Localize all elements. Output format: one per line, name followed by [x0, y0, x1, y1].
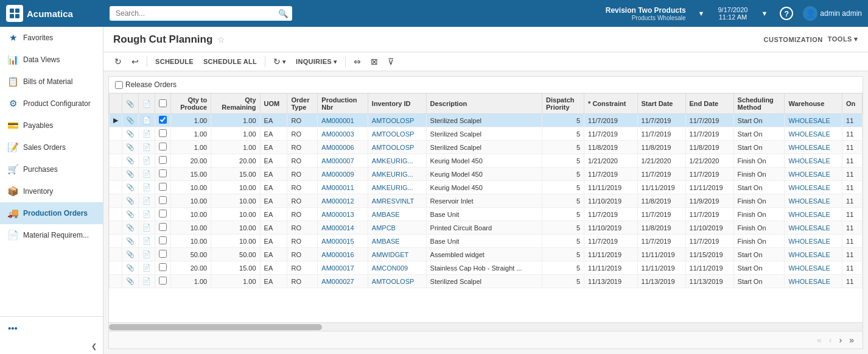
export-button[interactable]: ⊠	[367, 55, 382, 68]
row-expand-cell[interactable]	[110, 141, 122, 154]
sidebar-item-purchases[interactable]: 🛒 Purchases	[0, 158, 103, 180]
warehouse-link-5[interactable]: WHOLESALE	[788, 184, 830, 191]
row-inventory-id-3[interactable]: AMKEURIG...	[368, 154, 426, 168]
row-warehouse-8[interactable]: WHOLESALE	[785, 221, 842, 235]
row-production-nbr-0[interactable]: AM000001	[318, 114, 368, 127]
row-inventory-id-0[interactable]: AMTOOLOSP	[368, 114, 426, 127]
table-row[interactable]: 📎 📄 10.00 10.00 EA RO AM000011 AMKEURIG.…	[110, 181, 863, 194]
fit-columns-button[interactable]: ⇔	[350, 55, 365, 68]
production-nbr-link-1[interactable]: AM000003	[321, 130, 354, 138]
select-all-checkbox[interactable]	[159, 99, 167, 107]
production-nbr-link-0[interactable]: AM000001	[321, 117, 354, 124]
inventory-id-link-4[interactable]: AMKEURIG...	[372, 171, 413, 178]
inventory-id-link-8[interactable]: AMPCB	[372, 224, 396, 232]
filter-button[interactable]: ⊽	[384, 55, 397, 68]
row-expand-cell[interactable]	[110, 261, 122, 275]
row-doc-cell[interactable]: 📄	[139, 248, 155, 261]
row-inventory-id-5[interactable]: AMKEURIG...	[368, 181, 426, 194]
row-expand-cell[interactable]	[110, 194, 122, 208]
row-check-cell[interactable]	[155, 127, 171, 141]
horizontal-scrollbar[interactable]	[109, 322, 863, 331]
row-production-nbr-9[interactable]: AM000015	[318, 235, 368, 248]
help-button[interactable]: ?	[776, 5, 797, 21]
sidebar-item-bills-of-material[interactable]: 📋 Bills of Material	[0, 71, 103, 93]
production-nbr-link-3[interactable]: AM000007	[321, 157, 354, 165]
row-checkbox-12[interactable]	[159, 277, 167, 285]
row-doc-cell[interactable]: 📄	[139, 127, 155, 141]
production-nbr-link-2[interactable]: AM000006	[321, 144, 354, 151]
row-production-nbr-12[interactable]: AM000027	[318, 275, 368, 288]
row-attach-cell[interactable]: 📎	[122, 275, 139, 288]
row-expand-cell[interactable]	[110, 181, 122, 194]
table-row[interactable]: 📎 📄 20.00 20.00 EA RO AM000007 AMKEURIG.…	[110, 154, 863, 168]
row-check-cell[interactable]	[155, 154, 171, 168]
inventory-id-link-11[interactable]: AMCON009	[372, 264, 408, 272]
row-doc-cell[interactable]: 📄	[139, 275, 155, 288]
sidebar-item-production-orders[interactable]: 🚚 Production Orders	[0, 202, 103, 224]
warehouse-link-9[interactable]: WHOLESALE	[788, 238, 830, 245]
table-row[interactable]: 📎 📄 10.00 10.00 EA RO AM000012 AMRESVINL…	[110, 194, 863, 208]
warehouse-link-8[interactable]: WHOLESALE	[788, 224, 830, 232]
row-expand-cell[interactable]	[110, 275, 122, 288]
row-doc-cell[interactable]: 📄	[139, 154, 155, 168]
sidebar-item-inventory[interactable]: 📦 Inventory	[0, 180, 103, 202]
inventory-id-link-5[interactable]: AMKEURIG...	[372, 184, 413, 191]
table-row[interactable]: 📎 📄 15.00 15.00 EA RO AM000009 AMKEURIG.…	[110, 168, 863, 181]
inventory-id-link-10[interactable]: AMWIDGET	[372, 251, 409, 258]
row-doc-cell[interactable]: 📄	[139, 261, 155, 275]
sidebar-item-more[interactable]: •••	[0, 317, 103, 339]
row-doc-cell[interactable]: 📄	[139, 168, 155, 181]
row-inventory-id-6[interactable]: AMRESVINLT	[368, 194, 426, 208]
row-doc-cell[interactable]: 📄	[139, 194, 155, 208]
warehouse-link-2[interactable]: WHOLESALE	[788, 144, 830, 151]
row-doc-cell[interactable]: 📄	[139, 141, 155, 154]
row-doc-cell[interactable]: 📄	[139, 221, 155, 235]
pagination-last-button[interactable]: »	[847, 334, 856, 346]
row-attach-cell[interactable]: 📎	[122, 194, 139, 208]
row-production-nbr-3[interactable]: AM000007	[318, 154, 368, 168]
row-warehouse-2[interactable]: WHOLESALE	[785, 141, 842, 154]
row-production-nbr-4[interactable]: AM000009	[318, 168, 368, 181]
user-area[interactable]: 👤 admin admin	[803, 6, 862, 21]
company-dropdown[interactable]: ▼	[696, 9, 707, 18]
row-production-nbr-2[interactable]: AM000006	[318, 141, 368, 154]
row-checkbox-11[interactable]	[159, 263, 167, 271]
table-row[interactable]: 📎 📄 10.00 10.00 EA RO AM000014 AMPCB Pri…	[110, 221, 863, 235]
row-checkbox-5[interactable]	[159, 183, 167, 191]
table-row[interactable]: 📎 📄 1.00 1.00 EA RO AM000006 AMTOOLOSP S…	[110, 141, 863, 154]
row-check-cell[interactable]	[155, 181, 171, 194]
inventory-id-link-6[interactable]: AMRESVINLT	[372, 197, 414, 205]
row-check-cell[interactable]	[155, 208, 171, 221]
row-warehouse-5[interactable]: WHOLESALE	[785, 181, 842, 194]
row-check-cell[interactable]	[155, 194, 171, 208]
row-warehouse-10[interactable]: WHOLESALE	[785, 248, 842, 261]
row-production-nbr-7[interactable]: AM000013	[318, 208, 368, 221]
inventory-id-link-3[interactable]: AMKEURIG...	[372, 157, 413, 165]
row-warehouse-9[interactable]: WHOLESALE	[785, 235, 842, 248]
row-warehouse-6[interactable]: WHOLESALE	[785, 194, 842, 208]
inventory-id-link-2[interactable]: AMTOOLOSP	[372, 144, 414, 151]
pagination-prev-button[interactable]: ‹	[827, 334, 835, 346]
row-checkbox-3[interactable]	[159, 156, 167, 164]
row-attach-cell[interactable]: 📎	[122, 141, 139, 154]
row-expand-cell[interactable]	[110, 168, 122, 181]
row-inventory-id-9[interactable]: AMBASE	[368, 235, 426, 248]
row-inventory-id-10[interactable]: AMWIDGET	[368, 248, 426, 261]
inventory-id-link-1[interactable]: AMTOOLOSP	[372, 130, 414, 138]
release-orders-checkbox[interactable]	[115, 81, 123, 89]
warehouse-link-10[interactable]: WHOLESALE	[788, 251, 830, 258]
row-check-cell[interactable]	[155, 261, 171, 275]
row-production-nbr-11[interactable]: AM000017	[318, 261, 368, 275]
date-time-area[interactable]: 9/17/2020 11:12 AM	[718, 6, 747, 21]
row-production-nbr-10[interactable]: AM000016	[318, 248, 368, 261]
row-production-nbr-6[interactable]: AM000012	[318, 194, 368, 208]
row-attach-cell[interactable]: 📎	[122, 181, 139, 194]
row-warehouse-7[interactable]: WHOLESALE	[785, 208, 842, 221]
grid-scroll-area[interactable]: 📎 📄 Qty toProduce QtyRemaining UOM Order…	[109, 93, 863, 322]
row-inventory-id-4[interactable]: AMKEURIG...	[368, 168, 426, 181]
row-check-cell[interactable]	[155, 168, 171, 181]
row-attach-cell[interactable]: 📎	[122, 114, 139, 127]
search-button[interactable]: 🔍	[278, 9, 289, 18]
row-inventory-id-8[interactable]: AMPCB	[368, 221, 426, 235]
datetime-dropdown[interactable]: ▼	[758, 9, 770, 18]
